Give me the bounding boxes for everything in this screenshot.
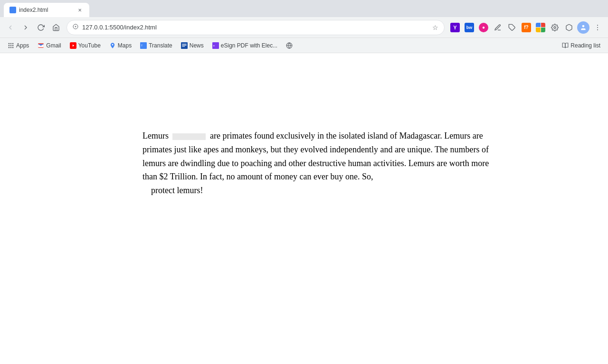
esign-icon: e: [212, 42, 219, 49]
toolbar-extension-icons: Y bw ●: [448, 21, 604, 34]
ext-pen-icon[interactable]: [491, 21, 504, 34]
url-text: 127.0.0.1:5500/index2.html: [82, 24, 428, 31]
page-content: Lemurs are primates found exclusively in…: [0, 53, 608, 364]
svg-rect-10: [9, 45, 10, 46]
bookmark-news-label: News: [190, 42, 204, 49]
youtube-icon: [70, 42, 76, 49]
settings-icon[interactable]: [548, 21, 561, 34]
toolbar: 127.0.0.1:5500/index2.html ☆ Y bw ●: [0, 17, 608, 38]
browser-tab[interactable]: index2.html ✕: [4, 3, 89, 17]
svg-rect-23: [182, 45, 186, 45]
bookmarks-bar: Apps Gmail YouTube: [0, 38, 608, 53]
svg-rect-12: [12, 45, 13, 46]
article-container: Lemurs are primates found exclusively in…: [114, 72, 494, 345]
svg-point-5: [597, 27, 598, 28]
security-icon: [73, 24, 78, 31]
inline-image: [172, 133, 206, 140]
bookmark-youtube[interactable]: YouTube: [66, 40, 104, 51]
address-bar[interactable]: 127.0.0.1:5500/index2.html ☆: [66, 20, 445, 35]
back-button[interactable]: [4, 21, 17, 34]
tab-close-button[interactable]: ✕: [76, 6, 84, 14]
browser-window: index2.html ✕: [0, 0, 608, 364]
svg-point-3: [582, 25, 585, 27]
ext-f-icon[interactable]: f?: [520, 21, 533, 34]
bookmark-youtube-label: YouTube: [78, 42, 101, 49]
reading-list-button[interactable]: Reading list: [558, 40, 604, 51]
article-paragraph: Lemurs are primates found exclusively in…: [114, 129, 494, 197]
svg-rect-11: [10, 45, 11, 46]
bookmark-gmail-label: Gmail: [46, 42, 61, 49]
svg-point-4: [597, 25, 598, 26]
ext-yahoo-icon[interactable]: Y: [448, 21, 462, 34]
globe-icon: [286, 42, 293, 49]
svg-rect-14: [10, 47, 11, 47]
forward-button[interactable]: [19, 21, 32, 34]
svg-rect-22: [182, 44, 186, 44]
bookmark-apps[interactable]: Apps: [4, 40, 33, 51]
ext-puzzle-icon[interactable]: [505, 21, 519, 34]
bookmark-maps-label: Maps: [118, 42, 132, 49]
bookmark-apps-label: Apps: [16, 42, 29, 49]
bookmark-news[interactable]: News: [177, 40, 208, 51]
bookmark-esign[interactable]: e eSign PDF with Elec...: [209, 40, 281, 51]
bookmark-globe[interactable]: [282, 40, 296, 51]
ext-pink-icon[interactable]: ●: [477, 21, 490, 34]
maps-icon: [109, 42, 116, 49]
more-options-button[interactable]: [591, 21, 604, 34]
svg-text:T: T: [141, 44, 143, 47]
svg-rect-7: [9, 43, 10, 44]
ext-grid-icon[interactable]: [534, 21, 547, 34]
svg-rect-15: [12, 47, 13, 47]
svg-rect-24: [182, 46, 185, 47]
bookmark-esign-label: eSign PDF with Elec...: [221, 42, 277, 49]
home-button[interactable]: [49, 21, 63, 34]
svg-point-18: [112, 44, 113, 45]
extensions-icon[interactable]: [562, 21, 576, 34]
svg-text:e: e: [213, 44, 215, 47]
profile-avatar: [577, 21, 589, 34]
apps-icon: [8, 42, 14, 49]
bookmark-gmail[interactable]: Gmail: [34, 40, 65, 51]
tab-favicon: [10, 7, 16, 13]
bookmark-maps[interactable]: Maps: [105, 40, 135, 51]
bookmark-translate-label: Translate: [149, 42, 172, 49]
svg-rect-13: [9, 47, 10, 47]
tab-title: index2.html: [19, 7, 73, 13]
news-icon: [181, 42, 188, 49]
svg-rect-8: [10, 43, 11, 44]
bookmark-translate[interactable]: T Translate: [136, 40, 176, 51]
bookmark-star-icon[interactable]: ☆: [432, 24, 438, 31]
reading-list-label: Reading list: [570, 42, 600, 49]
svg-point-2: [554, 27, 556, 28]
reload-button[interactable]: [34, 21, 48, 34]
ext-bw-icon[interactable]: bw: [463, 21, 476, 34]
translate-icon: T: [140, 42, 147, 49]
profile-button[interactable]: [577, 21, 590, 34]
svg-point-6: [597, 29, 598, 30]
tab-bar: index2.html ✕: [0, 0, 608, 17]
svg-point-0: [75, 26, 76, 27]
gmail-icon: [38, 42, 44, 49]
svg-rect-9: [12, 43, 13, 44]
